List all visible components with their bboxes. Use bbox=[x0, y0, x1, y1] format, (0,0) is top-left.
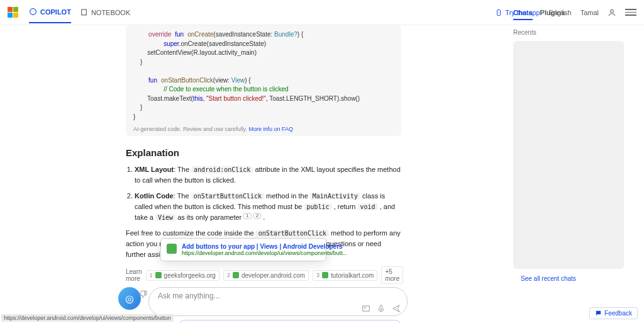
status-bar-url: https://developer.android.com/develop/ui… bbox=[1, 314, 174, 322]
recent-chat-card[interactable] bbox=[513, 41, 624, 269]
tab-copilot[interactable]: COPILOT bbox=[29, 1, 71, 23]
notebook-icon bbox=[80, 8, 88, 16]
source-tooltip: Add buttons to your app | Views | Androi… bbox=[160, 238, 326, 261]
learn-more-label: Learn more bbox=[126, 268, 142, 282]
svg-rect-6 bbox=[363, 306, 370, 311]
ask-input[interactable] bbox=[158, 292, 398, 300]
favicon-icon bbox=[233, 272, 239, 278]
source-more[interactable]: +5 more bbox=[381, 266, 403, 284]
ask-box[interactable] bbox=[148, 287, 408, 316]
phone-icon bbox=[495, 9, 502, 16]
copilot-avatar: ◎ bbox=[118, 287, 141, 310]
favicon-icon bbox=[322, 272, 328, 278]
explanation-heading: Explanation bbox=[126, 147, 401, 158]
faq-link[interactable]: More info on FAQ bbox=[248, 126, 293, 132]
favicon-icon bbox=[155, 272, 162, 278]
source-link-3[interactable]: 3tutorialkart.com bbox=[313, 270, 377, 281]
svg-rect-1 bbox=[82, 9, 87, 15]
suggestion-chip[interactable]: Can you show me how to handle button cli… bbox=[179, 320, 401, 323]
copilot-icon bbox=[29, 8, 37, 16]
explanation-item: Kotlin Code: The onStartButtonClick meth… bbox=[135, 191, 401, 223]
svg-rect-2 bbox=[497, 9, 501, 15]
tab-notebook-label: NOTEBOOK bbox=[91, 9, 130, 16]
mic-icon[interactable] bbox=[377, 304, 386, 313]
tab-plugins[interactable]: Plugins bbox=[540, 6, 565, 20]
chat-icon bbox=[595, 310, 602, 317]
tooltip-title[interactable]: Add buttons to your app | Views | Androi… bbox=[182, 243, 347, 250]
image-input-icon[interactable] bbox=[362, 304, 370, 313]
feedback-button[interactable]: Feedback bbox=[589, 307, 638, 319]
source-link-1[interactable]: 1geeksforgeeks.org bbox=[146, 270, 219, 281]
microsoft-logo bbox=[8, 7, 19, 18]
tab-chats[interactable]: Chats bbox=[513, 6, 533, 20]
svg-point-7 bbox=[364, 307, 365, 309]
tooltip-url: https://developer.android.com/develop/ui… bbox=[182, 250, 347, 256]
svg-rect-8 bbox=[380, 305, 382, 310]
source-link-2[interactable]: 2developer.android.com bbox=[223, 270, 309, 281]
svg-point-0 bbox=[30, 9, 36, 15]
citation-2[interactable]: 2 bbox=[253, 213, 261, 219]
code-block: override fun onCreate(savedInstanceState… bbox=[126, 25, 401, 136]
android-icon bbox=[167, 244, 177, 254]
see-all-link[interactable]: See all recent chats bbox=[521, 275, 639, 282]
recents-label: Recents bbox=[513, 29, 639, 36]
tab-notebook[interactable]: NOTEBOOK bbox=[80, 1, 130, 23]
explanation-item: XML Layout: The android:onClick attribut… bbox=[135, 164, 401, 186]
tab-copilot-label: COPILOT bbox=[40, 8, 71, 16]
ai-note: AI-generated code. Review and use carefu… bbox=[133, 125, 394, 133]
citation-1[interactable]: 1 bbox=[243, 213, 251, 219]
send-icon[interactable] bbox=[392, 304, 401, 313]
